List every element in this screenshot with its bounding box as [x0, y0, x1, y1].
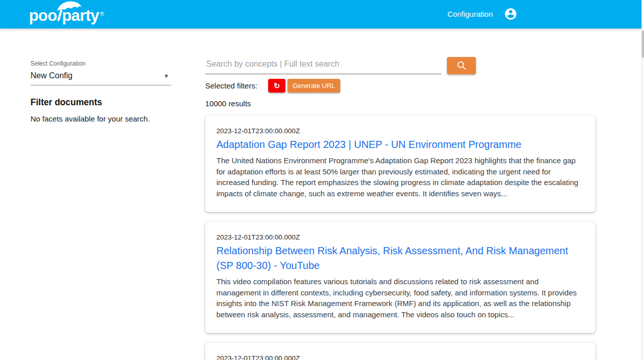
result-card: 2023-12-01T23:00:00.000Z Adaptation Gap … [205, 115, 595, 212]
no-facets-message: No facets available for your search. [30, 114, 171, 123]
configuration-select-value: New Config [30, 71, 73, 80]
generate-url-button[interactable]: Generate URL [287, 79, 340, 93]
result-snippet: The United Nations Environment Programme… [216, 155, 582, 199]
chevron-down-icon: ▾ [165, 72, 171, 79]
result-card: 2023-12-01T23:00:00.000Z Key Definitions… [205, 343, 595, 360]
result-date: 2023-12-01T23:00:00.000Z [216, 354, 582, 360]
result-title-link[interactable]: Adaptation Gap Report 2023 | UNEP - UN E… [216, 137, 582, 152]
app-header: poolparty ® Configuration [0, 0, 641, 28]
results-list: 2023-12-01T23:00:00.000Z Adaptation Gap … [205, 115, 595, 360]
selected-filters-label: Selected filters: [205, 81, 268, 90]
search-bar [205, 56, 595, 74]
vertical-scrollbar[interactable] [641, 0, 644, 360]
poolparty-logo[interactable]: poolparty ® [29, 5, 104, 25]
reset-filters-button[interactable]: ↻ [268, 79, 285, 93]
selected-filters-row: Selected filters: ↻ Generate URL [205, 79, 595, 93]
result-title-link[interactable]: Relationship Between Risk Analysis, Risk… [216, 244, 582, 273]
results-count: 10000 results [205, 99, 595, 108]
facet-sidebar: Select Configuration New Config ▾ Filter… [30, 60, 171, 123]
configuration-select[interactable]: New Config ▾ [30, 71, 171, 85]
account-button[interactable] [504, 7, 518, 21]
search-input[interactable] [205, 56, 441, 74]
registered-mark: ® [99, 5, 104, 25]
search-icon [456, 60, 467, 71]
result-date: 2023-12-01T23:00:00.000Z [216, 233, 582, 241]
logo-text-pool: poo [29, 7, 57, 25]
result-snippet: This video compilation features various … [216, 276, 582, 320]
result-date: 2023-12-01T23:00:00.000Z [216, 127, 582, 135]
result-card: 2023-12-01T23:00:00.000Z Relationship Be… [205, 222, 595, 333]
reset-icon: ↻ [274, 81, 280, 91]
configuration-link[interactable]: Configuration [447, 0, 493, 28]
search-results-area: Selected filters: ↻ Generate URL 10000 r… [205, 56, 595, 360]
scrollbar-thumb[interactable] [642, 31, 644, 58]
select-configuration-label: Select Configuration [30, 60, 171, 67]
account-circle-icon [504, 7, 518, 21]
search-button[interactable] [447, 57, 476, 74]
filter-documents-heading: Filter documents [30, 97, 171, 108]
